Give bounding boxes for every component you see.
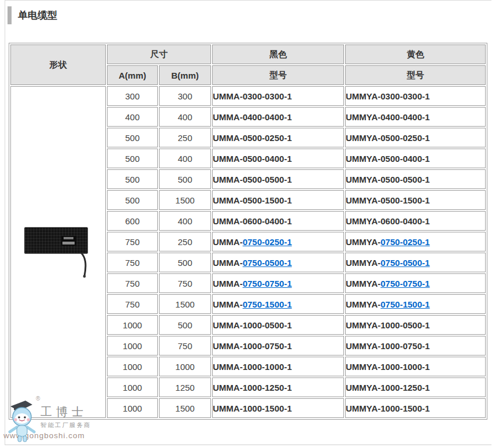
col-header-model-black: 型号	[212, 65, 344, 85]
dimension-b-cell: 300	[159, 86, 211, 106]
model-prefix: UMMYA-	[346, 258, 380, 268]
yellow-model-cell: UMMYA-1000-1500-1	[345, 398, 486, 418]
dimension-a-cell: 750	[107, 294, 158, 314]
model-link[interactable]: 0750-0250-1	[380, 237, 430, 247]
yellow-model-cell: UMMYA-0750-0750-1	[345, 273, 486, 293]
dimension-b-cell: 750	[159, 336, 211, 356]
model-prefix: UMMYA-	[346, 279, 380, 288]
dimension-b-cell: 500	[159, 253, 211, 272]
black-model-cell: UMMA-0750-0500-1	[212, 253, 344, 272]
yellow-model-cell: UMMYA-0500-0500-1	[345, 169, 486, 189]
model-link[interactable]: 0750-1500-1	[380, 299, 430, 309]
col-header-yellow: 黄色	[345, 45, 486, 64]
page-title: 单电缆型	[18, 9, 57, 22]
product-photo	[24, 226, 93, 278]
dimension-b-cell: 500	[159, 169, 211, 189]
dimension-b-cell: 1500	[159, 398, 211, 418]
dimension-a-cell: 500	[107, 169, 158, 189]
black-model-cell: UMMA-0400-0400-1	[212, 107, 344, 127]
dimension-b-cell: 1500	[159, 190, 211, 210]
table-row: 300300UMMA-0300-0300-1UMMYA-0300-0300-1	[10, 86, 486, 106]
product-spec-table: 形状 尺寸 黑色 黄色 A(mm) B(mm) 型号 型号 300300UMMA…	[9, 43, 487, 420]
dimension-a-cell: 1000	[107, 315, 158, 335]
model-link[interactable]: 0750-0500-1	[380, 258, 430, 268]
model-prefix: UMMA-	[213, 299, 243, 309]
dimension-a-cell: 600	[107, 211, 158, 231]
watermark: ® 工博士 智能工厂服务商 www.gongboshi.com	[2, 394, 90, 440]
black-model-cell: UMMA-0500-0400-1	[212, 149, 344, 168]
model-prefix: UMMA-	[213, 279, 243, 288]
col-header-a-mm: A(mm)	[107, 65, 158, 85]
black-model-cell: UMMA-1000-1000-1	[212, 357, 344, 376]
black-model-cell: UMMA-0500-0250-1	[212, 128, 344, 147]
watermark-tagline: 智能工厂服务商	[40, 421, 90, 430]
dimension-a-cell: 500	[107, 128, 158, 147]
model-link[interactable]: 0750-0750-1	[243, 279, 292, 288]
black-model-cell: UMMA-0750-0750-1	[212, 273, 344, 293]
col-header-size: 尺寸	[107, 45, 211, 64]
yellow-model-cell: UMMYA-0750-1500-1	[345, 294, 486, 314]
yellow-model-cell: UMMYA-0300-0300-1	[345, 86, 486, 106]
black-model-cell: UMMA-1000-0500-1	[212, 315, 344, 335]
black-model-cell: UMMA-0300-0300-1	[212, 86, 344, 106]
yellow-model-cell: UMMYA-0500-0250-1	[345, 128, 486, 147]
dimension-a-cell: 400	[107, 107, 158, 127]
model-prefix: UMMYA-	[346, 299, 380, 309]
black-model-cell: UMMA-0750-1500-1	[212, 294, 344, 314]
dimension-b-cell: 400	[159, 149, 211, 168]
yellow-model-cell: UMMYA-1000-1250-1	[345, 377, 486, 397]
dimension-a-cell: 750	[107, 253, 158, 272]
shape-cell	[10, 86, 106, 418]
model-prefix: UMMYA-	[346, 237, 380, 247]
dimension-a-cell: 300	[107, 86, 158, 106]
model-link[interactable]: 0750-0500-1	[243, 258, 292, 268]
dimension-b-cell: 500	[159, 315, 211, 335]
col-header-shape: 形状	[10, 45, 106, 85]
yellow-model-cell: UMMYA-0500-0400-1	[345, 149, 486, 168]
black-model-cell: UMMA-1000-0750-1	[212, 336, 344, 356]
dimension-b-cell: 1500	[159, 294, 211, 314]
black-model-cell: UMMA-0750-0250-1	[212, 232, 344, 251]
dimension-a-cell: 750	[107, 232, 158, 251]
dimension-a-cell: 1000	[107, 398, 158, 418]
yellow-model-cell: UMMYA-0750-0500-1	[345, 253, 486, 272]
yellow-model-cell: UMMYA-0600-0400-1	[345, 211, 486, 231]
yellow-model-cell: UMMYA-1000-1000-1	[345, 357, 486, 376]
yellow-model-cell: UMMYA-1000-0750-1	[345, 336, 486, 356]
col-header-model-yellow: 型号	[345, 65, 486, 85]
cable-wire	[78, 253, 93, 278]
dimension-b-cell: 750	[159, 273, 211, 293]
dimension-b-cell: 250	[159, 232, 211, 251]
watermark-mascot-icon	[7, 399, 42, 443]
col-header-black: 黑色	[212, 45, 344, 64]
dimension-a-cell: 500	[107, 190, 158, 210]
dimension-a-cell: 1000	[107, 357, 158, 376]
black-model-cell: UMMA-0600-0400-1	[212, 211, 344, 231]
header-row-1: 形状 尺寸 黑色 黄色	[10, 45, 486, 64]
yellow-model-cell: UMMYA-1000-0500-1	[345, 315, 486, 335]
model-link[interactable]: 0750-1500-1	[243, 299, 292, 309]
mat-label	[61, 236, 76, 246]
dimension-b-cell: 1000	[159, 357, 211, 376]
black-model-cell: UMMA-1000-1250-1	[212, 377, 344, 397]
dimension-b-cell: 400	[159, 211, 211, 231]
black-model-cell: UMMA-1000-1500-1	[212, 398, 344, 418]
watermark-brand: 工博士	[40, 404, 90, 420]
black-model-cell: UMMA-0500-1500-1	[212, 190, 344, 210]
yellow-model-cell: UMMYA-0750-0250-1	[345, 232, 486, 251]
watermark-text: 工博士 智能工厂服务商	[40, 394, 90, 430]
section-title: 单电缆型	[8, 6, 57, 24]
dimension-a-cell: 500	[107, 149, 158, 168]
col-header-b-mm: B(mm)	[159, 65, 211, 85]
dimension-b-cell: 400	[159, 107, 211, 127]
yellow-model-cell: UMMYA-0400-0400-1	[345, 107, 486, 127]
dimension-b-cell: 250	[159, 128, 211, 147]
title-accent-bar	[8, 6, 12, 24]
model-link[interactable]: 0750-0250-1	[243, 237, 292, 247]
model-prefix: UMMA-	[213, 237, 243, 247]
yellow-model-cell: UMMYA-0500-1500-1	[345, 190, 486, 210]
model-link[interactable]: 0750-0750-1	[380, 279, 430, 288]
dimension-a-cell: 1000	[107, 336, 158, 356]
dimension-a-cell: 750	[107, 273, 158, 293]
dimension-b-cell: 1250	[159, 377, 211, 397]
